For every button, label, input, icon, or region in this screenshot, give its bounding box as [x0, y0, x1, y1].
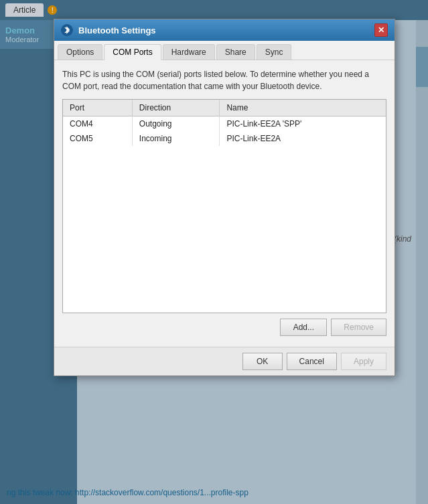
tab-share[interactable]: Share	[216, 44, 255, 60]
cancel-button[interactable]: Cancel	[287, 353, 337, 370]
row1-direction: Incoming	[132, 131, 220, 146]
table-row[interactable]: COM4 Outgoing PIC-Link-EE2A 'SPP'	[63, 116, 386, 132]
add-button[interactable]: Add...	[280, 319, 327, 336]
ok-button[interactable]: OK	[242, 353, 283, 370]
tabs-bar: Options COM Ports Hardware Share Sync	[54, 41, 395, 60]
col-name: Name	[220, 100, 386, 116]
row1-name: PIC-Link-EE2A	[220, 131, 386, 146]
bluetooth-svg	[62, 25, 72, 35]
dialog-titlebar: Bluetooth Settings ✕	[54, 19, 395, 41]
dialog-description: This PC is using the COM (serial) ports …	[62, 68, 386, 92]
row0-name: PIC-Link-EE2A 'SPP'	[220, 116, 386, 132]
tab-sync[interactable]: Sync	[257, 44, 292, 60]
remove-button[interactable]: Remove	[331, 319, 386, 336]
com-table: Port Direction Name COM4 Outgoing PIC-Li…	[63, 100, 386, 146]
dialog-body: This PC is using the COM (serial) ports …	[54, 60, 395, 347]
bluetooth-icon	[61, 24, 73, 36]
tab-options[interactable]: Options	[58, 44, 102, 60]
tab-com-ports[interactable]: COM Ports	[104, 44, 161, 60]
bluetooth-settings-dialog: Bluetooth Settings ✕ Options COM Ports H…	[54, 19, 395, 376]
col-port: Port	[63, 100, 132, 116]
dialog-title: Bluetooth Settings	[78, 25, 156, 35]
row0-port: COM4	[63, 116, 132, 132]
col-direction: Direction	[132, 100, 220, 116]
dialog-footer: OK Cancel Apply	[54, 347, 395, 375]
dialog-close-button[interactable]: ✕	[374, 23, 388, 37]
apply-button[interactable]: Apply	[341, 353, 386, 370]
table-row[interactable]: COM5 Incoming PIC-Link-EE2A	[63, 131, 386, 146]
tab-hardware[interactable]: Hardware	[163, 44, 215, 60]
action-buttons: Add... Remove	[62, 319, 386, 336]
row1-port: COM5	[63, 131, 132, 146]
row0-direction: Outgoing	[132, 116, 220, 132]
com-table-container: Port Direction Name COM4 Outgoing PIC-Li…	[62, 99, 386, 313]
dialog-titlebar-left: Bluetooth Settings	[61, 24, 156, 36]
